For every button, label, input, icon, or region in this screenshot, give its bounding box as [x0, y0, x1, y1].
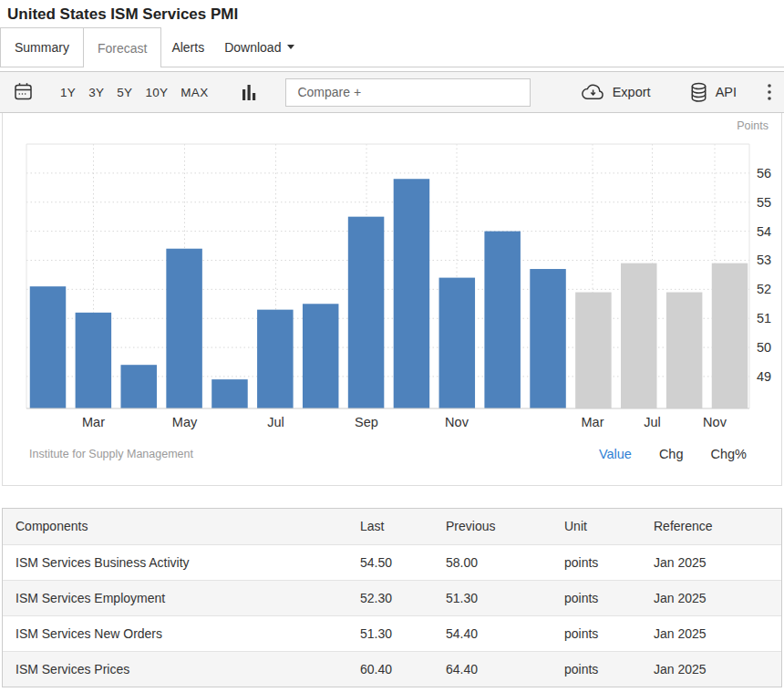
compare-input[interactable] [285, 78, 531, 107]
calendar-icon [14, 82, 33, 102]
col-previous: Previous [446, 509, 564, 544]
col-reference: Reference [654, 509, 781, 544]
col-last: Last [360, 509, 446, 544]
kebab-menu-icon [768, 84, 771, 100]
svg-text:56: 56 [757, 166, 771, 181]
tab-bar-filler [304, 27, 784, 67]
link-chg[interactable]: Chg [659, 447, 684, 461]
range-3y[interactable]: 3Y [88, 84, 105, 101]
svg-text:Sep: Sep [355, 415, 378, 429]
svg-text:53: 53 [757, 253, 771, 267]
tab-alerts[interactable]: Alerts [161, 27, 214, 67]
link-value[interactable]: Value [599, 447, 632, 461]
bar-chart-icon [242, 84, 256, 100]
caret-down-icon [287, 45, 294, 49]
api-button[interactable]: API [689, 82, 737, 103]
svg-text:May: May [172, 415, 198, 429]
col-unit: Unit [564, 509, 654, 544]
svg-text:Jul: Jul [644, 415, 661, 429]
svg-text:50: 50 [757, 340, 771, 355]
svg-text:49: 49 [757, 369, 771, 384]
link-chgpct[interactable]: Chg% [711, 447, 748, 461]
table-row[interactable]: ISM Services New Orders 51.30 54.40 poin… [3, 615, 781, 651]
tab-forecast[interactable]: Forecast [84, 27, 161, 67]
export-button[interactable]: Export [581, 83, 651, 101]
svg-text:Nov: Nov [703, 415, 727, 429]
tab-bar: Summary Forecast Alerts Download [0, 27, 784, 67]
svg-text:55: 55 [757, 195, 771, 210]
svg-text:Nov: Nov [445, 415, 469, 429]
col-components: Components [3, 509, 360, 544]
forecast-chart[interactable]: 4950515253545556MarMayJulSepNovMarJulNov [3, 113, 781, 435]
chart-unit-label: Points [737, 119, 769, 132]
range-1y[interactable]: 1Y [59, 84, 77, 101]
chart-mode-links: Value Chg Chg% [599, 447, 747, 461]
table-row[interactable]: ISM Services Prices 60.40 64.40 points J… [3, 651, 781, 687]
chart-footer: Institute for Supply Management Value Ch… [3, 447, 781, 461]
chart-source: Institute for Supply Management [29, 448, 193, 460]
range-10y[interactable]: 10Y [144, 84, 169, 101]
components-table: Components Last Previous Unit Reference … [3, 509, 781, 687]
svg-text:52: 52 [757, 282, 771, 296]
forecast-chart-card: Points 4950515253545556MarMayJulSepNovMa… [2, 113, 782, 486]
tab-summary[interactable]: Summary [0, 27, 84, 67]
svg-text:Mar: Mar [582, 415, 604, 429]
calendar-button[interactable] [14, 82, 33, 102]
tab-download[interactable]: Download [214, 27, 304, 67]
database-icon [689, 82, 708, 103]
svg-text:Jul: Jul [267, 415, 284, 429]
range-max[interactable]: MAX [180, 84, 209, 101]
svg-text:54: 54 [757, 224, 771, 239]
table-row[interactable]: ISM Services Employment 52.30 51.30 poin… [3, 580, 781, 615]
table-header-row: Components Last Previous Unit Reference [3, 509, 781, 544]
svg-text:Mar: Mar [82, 415, 105, 429]
chart-type-button[interactable] [242, 84, 256, 100]
range-selector: 1Y 3Y 5Y 10Y MAX [59, 84, 209, 101]
chart-toolbar: 1Y 3Y 5Y 10Y MAX Export API [0, 71, 784, 113]
components-table-card: Components Last Previous Unit Reference … [2, 508, 782, 687]
more-options-button[interactable] [768, 84, 771, 100]
table-row[interactable]: ISM Services Business Activity 54.50 58.… [3, 544, 781, 580]
page-title: United States ISM Services PMI [0, 0, 784, 27]
range-5y[interactable]: 5Y [116, 84, 133, 101]
svg-text:51: 51 [757, 311, 771, 325]
cloud-download-icon [581, 83, 605, 101]
